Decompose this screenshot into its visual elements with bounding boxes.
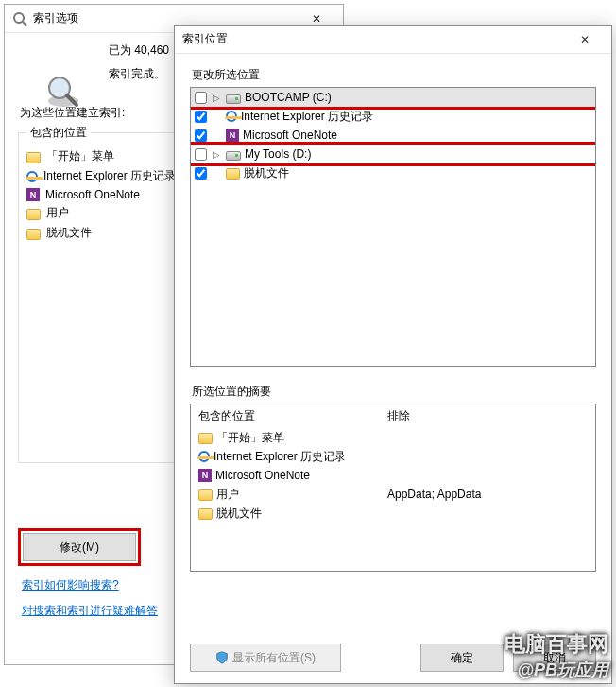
tree-label: Internet Explorer 历史记录: [241, 109, 373, 125]
summary-label: 脱机文件: [216, 506, 262, 522]
change-locations-label: 更改所选位置: [175, 54, 611, 87]
folder-icon: [26, 209, 41, 220]
summary-exclude-cell: AppData; AppData: [387, 488, 481, 501]
summary-label: Microsoft OneNote: [215, 469, 310, 482]
location-label: 脱机文件: [46, 225, 92, 241]
tree-row[interactable]: ▷BOOTCAMP (C:): [191, 88, 595, 107]
link-how-affects-search[interactable]: 索引如何影响搜索?: [22, 577, 158, 593]
summary-row[interactable]: NMicrosoft OneNote: [198, 466, 588, 485]
indexed-locations-dialog: 索引位置 ✕ 更改所选位置 ▷BOOTCAMP (C:)Internet Exp…: [174, 25, 612, 684]
folder-icon: [26, 229, 41, 240]
summary-box: 包含的位置 排除 「开始」菜单Internet Explorer 历史记录NMi…: [190, 404, 596, 572]
col-included: 包含的位置: [198, 408, 387, 424]
ie-icon: [198, 451, 210, 462]
summary-included-cell: 「开始」菜单: [198, 430, 387, 446]
col-exclude: 排除: [387, 408, 410, 424]
svg-point-0: [14, 13, 24, 23]
tree-checkbox[interactable]: [195, 92, 207, 104]
location-label: Microsoft OneNote: [45, 188, 140, 201]
ie-icon: [226, 111, 237, 122]
cancel-button[interactable]: 取消: [513, 644, 596, 672]
summary-label: 所选位置的摘要: [175, 367, 611, 404]
summary-label: Internet Explorer 历史记录: [214, 449, 346, 465]
folder-icon: [198, 489, 213, 501]
location-label: 「开始」菜单: [46, 148, 114, 164]
locations-tree[interactable]: ▷BOOTCAMP (C:)Internet Explorer 历史记录NMic…: [190, 87, 596, 367]
tree-checkbox[interactable]: [195, 167, 207, 180]
summary-row[interactable]: 脱机文件: [198, 504, 588, 523]
tree-row[interactable]: ▷My Tools (D:): [191, 145, 595, 163]
magnifier-icon: [43, 71, 84, 115]
group-title: 包含的位置: [26, 125, 91, 141]
tree-label: Microsoft OneNote: [243, 129, 337, 142]
folder-icon: [198, 508, 213, 520]
tree-label: My Tools (D:): [245, 147, 311, 161]
ok-button[interactable]: 确定: [420, 644, 504, 672]
tree-checkbox[interactable]: [195, 111, 207, 123]
tree-row[interactable]: 脱机文件: [191, 163, 595, 182]
ie-icon: [26, 171, 38, 182]
shield-icon: [215, 651, 229, 664]
summary-row[interactable]: 「开始」菜单: [198, 428, 588, 447]
folder-icon: [198, 433, 213, 444]
summary-row[interactable]: Internet Explorer 历史记录: [198, 447, 588, 466]
tree-row[interactable]: NMicrosoft OneNote: [191, 126, 595, 145]
tree-row[interactable]: Internet Explorer 历史记录: [191, 107, 595, 126]
summary-included-cell: 用户: [198, 487, 387, 503]
link-troubleshoot[interactable]: 对搜索和索引进行疑难解答: [22, 603, 158, 619]
onenote-icon: N: [226, 129, 239, 142]
tree-checkbox[interactable]: [195, 148, 207, 161]
summary-header: 包含的位置 排除: [191, 404, 595, 426]
drive-icon: [226, 151, 241, 161]
location-label: 用户: [46, 205, 69, 221]
summary-included-cell: NMicrosoft OneNote: [198, 469, 387, 482]
tree-label: 脱机文件: [244, 165, 289, 181]
close-button[interactable]: ✕: [566, 26, 604, 53]
summary-label: 用户: [216, 487, 239, 503]
titlebar: 索引位置 ✕: [175, 26, 611, 54]
show-all-locations-button[interactable]: 显示所有位置(S): [190, 644, 341, 672]
highlight-modify: 修改(M): [18, 528, 141, 566]
svg-line-1: [23, 22, 26, 26]
onenote-icon: N: [26, 188, 40, 201]
modify-button[interactable]: 修改(M): [23, 533, 136, 561]
summary-included-cell: Internet Explorer 历史记录: [198, 449, 387, 465]
summary-row[interactable]: 用户AppData; AppData: [198, 485, 588, 504]
summary-label: 「开始」菜单: [216, 430, 284, 446]
drive-icon: [226, 94, 241, 104]
tree-checkbox[interactable]: [195, 129, 207, 142]
expand-icon[interactable]: ▷: [211, 93, 222, 103]
expand-icon[interactable]: ▷: [211, 149, 222, 160]
location-label: Internet Explorer 历史记录: [43, 168, 176, 184]
onenote-icon: N: [198, 469, 212, 482]
folder-icon: [26, 152, 41, 163]
tree-label: BOOTCAMP (C:): [245, 91, 332, 104]
dialog-title: 索引位置: [182, 31, 566, 47]
show-all-label: 显示所有位置(S): [232, 650, 316, 666]
folder-icon: [226, 168, 240, 180]
app-icon: [12, 11, 27, 26]
summary-included-cell: 脱机文件: [198, 506, 387, 522]
